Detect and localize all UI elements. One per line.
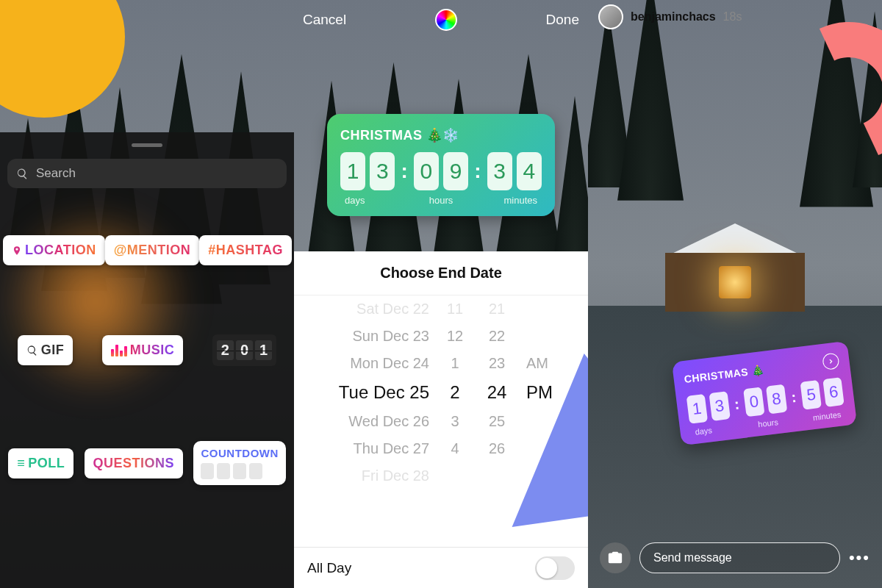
all-day-label: All Day: [307, 560, 351, 576]
story-timestamp: 18s: [723, 10, 742, 24]
sticker-countdown[interactable]: COUNTDOWN: [193, 441, 285, 485]
send-message-input[interactable]: Send message: [639, 542, 840, 573]
done-button[interactable]: Done: [546, 12, 579, 28]
chevron-right-icon[interactable]: [822, 352, 840, 370]
sticker-poll[interactable]: ≡ POLL: [8, 448, 74, 478]
camera-icon: [607, 550, 623, 566]
countdown-title: CHRISTMAS 🎄: [684, 364, 765, 385]
sticker-date-flipclock[interactable]: 2 0 1: [212, 334, 276, 366]
sheet-title: Choose End Date: [294, 251, 588, 295]
search-icon: [26, 345, 38, 356]
sticker-gif[interactable]: GIF: [18, 335, 74, 365]
countdown-title[interactable]: CHRISTMAS 🎄❄️: [340, 127, 542, 143]
sticker-search-input[interactable]: Search: [7, 159, 287, 188]
location-pin-icon: [12, 244, 22, 257]
music-bars-icon: [111, 345, 127, 356]
sticker-hashtag[interactable]: #HASHTAG: [199, 235, 292, 265]
sticker-mention[interactable]: @MENTION: [105, 235, 200, 265]
poll-lines-icon: ≡: [17, 456, 25, 471]
cabin-scene: [650, 223, 820, 312]
camera-button[interactable]: [600, 542, 631, 573]
sticker-questions[interactable]: QUESTIONS: [85, 448, 184, 478]
search-icon: [16, 168, 29, 180]
sticker-music[interactable]: MUSIC: [102, 335, 184, 365]
drawer-handle[interactable]: [132, 143, 162, 147]
avatar[interactable]: [598, 4, 623, 29]
cancel-button[interactable]: Cancel: [303, 12, 346, 28]
search-placeholder: Search: [36, 166, 76, 181]
countdown-digits: 1 3 : 0 9 : 3 4: [340, 152, 542, 190]
sticker-location[interactable]: LOCATION: [3, 235, 105, 265]
all-day-toggle[interactable]: [535, 556, 575, 580]
countdown-sticker-editing[interactable]: CHRISTMAS 🎄❄️ 1 3 : 0 9 : 3 4 days hours…: [327, 114, 555, 216]
panel-countdown-editor: Cancel Done CHRISTMAS 🎄❄️ 1 3 : 0 9 : 3 …: [294, 0, 588, 588]
story-username[interactable]: benjaminchacs: [631, 10, 716, 24]
color-wheel-button[interactable]: [435, 9, 457, 31]
countdown-preview-icon: [201, 463, 278, 479]
more-button[interactable]: •••: [849, 548, 870, 567]
